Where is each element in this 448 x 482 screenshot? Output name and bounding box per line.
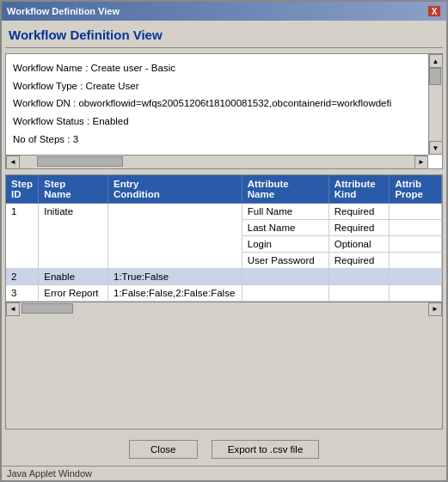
hscroll-track[interactable] — [20, 156, 414, 168]
step-id-cell: 2 — [6, 269, 39, 285]
attr-kind-cell: Required — [328, 220, 390, 236]
content-area: Workflow Definition View Workflow Name :… — [2, 21, 446, 466]
data-table: StepID StepName EntryCondition Attribute… — [6, 175, 442, 302]
table-hscroll-track[interactable] — [20, 302, 428, 315]
step-id-cell: 1 — [6, 204, 39, 269]
table-wrapper: StepID StepName EntryCondition Attribute… — [5, 174, 443, 430]
step-name-cell: Initiate — [39, 204, 108, 269]
header-row: StepID StepName EntryCondition Attribute… — [6, 175, 442, 204]
footer: Close Export to .csv file — [5, 435, 443, 462]
table-row: 3 Error Report 1:False:False,2:False:Fal… — [6, 285, 442, 302]
attr-name-cell: Login — [242, 236, 328, 253]
scroll-down-btn[interactable]: ▼ — [429, 141, 443, 155]
step-name-cell: Enable — [39, 269, 108, 285]
scroll-up-btn[interactable]: ▲ — [429, 54, 443, 68]
table-hscroll-thumb[interactable] — [21, 303, 73, 314]
attr-prop-cell — [390, 236, 442, 253]
hscroll-thumb[interactable] — [37, 156, 123, 167]
attr-prop-cell — [390, 220, 442, 236]
entry-condition-cell: 1:False:False,2:False:False — [108, 285, 242, 302]
table-row: 2 Enable 1:True:False — [6, 269, 442, 285]
close-window-button[interactable]: X — [427, 5, 441, 17]
info-horizontal-scrollbar[interactable]: ◄ ► — [6, 155, 428, 168]
attr-name-cell: Full Name — [242, 204, 328, 220]
attr-prop-cell — [390, 204, 442, 220]
table-body: 1 Initiate Full Name Required Last Name … — [6, 204, 442, 302]
attr-kind-cell: Required — [328, 253, 390, 269]
attr-kind-header: AttributeKind — [328, 175, 390, 204]
info-panel: Workflow Name : Create user - Basic Work… — [5, 53, 443, 169]
step-id-header: StepID — [6, 175, 39, 204]
attr-prop-header: AttribPrope — [390, 175, 442, 204]
hscroll-right-btn[interactable]: ► — [414, 156, 428, 169]
attr-prop-cell — [390, 253, 442, 269]
step-id-cell: 3 — [6, 285, 39, 302]
status-bar: Java Applet Window — [2, 466, 446, 480]
attr-kind-cell: Required — [328, 204, 390, 220]
scroll-track[interactable] — [429, 68, 442, 141]
entry-condition-cell: 1:True:False — [108, 269, 242, 285]
table-hscroll-left[interactable]: ◄ — [6, 302, 20, 316]
hscroll-left-btn[interactable]: ◄ — [6, 156, 20, 169]
attr-prop-cell — [390, 285, 442, 302]
scroll-thumb[interactable] — [429, 68, 441, 85]
step-name-cell: Error Report — [39, 285, 108, 302]
attr-kind-cell — [328, 285, 390, 302]
workflow-status-line: Workflow Status : Enabled — [13, 113, 435, 131]
workflow-dn-line: Workflow DN : obworkflowid=wfqs20051206t… — [13, 95, 435, 113]
table-hscroll-right[interactable]: ► — [428, 302, 442, 316]
info-panel-inner: Workflow Name : Create user - Basic Work… — [6, 54, 442, 153]
window: Workflow Definition View X Workflow Defi… — [0, 0, 448, 482]
entry-condition-cell — [108, 204, 242, 269]
close-button[interactable]: Close — [129, 440, 198, 459]
workflow-name-line: Workflow Name : Create user - Basic — [13, 59, 435, 77]
attr-prop-cell — [390, 269, 442, 285]
entry-condition-header: EntryCondition — [108, 175, 242, 204]
table-bottom-scrollbar[interactable]: ◄ ► — [6, 302, 442, 315]
workflow-type-line: Workflow Type : Create User — [13, 77, 435, 95]
step-name-header: StepName — [39, 175, 108, 204]
export-button[interactable]: Export to .csv file — [212, 440, 320, 459]
attr-kind-cell — [328, 269, 390, 285]
table-header: StepID StepName EntryCondition Attribute… — [6, 175, 442, 204]
table-row: 1 Initiate Full Name Required — [6, 204, 442, 220]
title-bar: Workflow Definition View X — [2, 2, 446, 21]
title-bar-text: Workflow Definition View — [7, 6, 120, 16]
attr-name-cell — [242, 269, 328, 285]
page-title: Workflow Definition View — [5, 24, 443, 48]
workflow-steps-line: No of Steps : 3 — [13, 131, 435, 149]
status-text: Java Applet Window — [7, 468, 92, 479]
info-vertical-scrollbar[interactable]: ▲ ▼ — [428, 54, 442, 155]
attr-name-cell: Last Name — [242, 220, 328, 236]
attr-name-cell: User Password — [242, 253, 328, 269]
attr-kind-cell: Optional — [328, 236, 390, 253]
attr-name-header: AttributeName — [242, 175, 328, 204]
attr-name-cell — [242, 285, 328, 302]
